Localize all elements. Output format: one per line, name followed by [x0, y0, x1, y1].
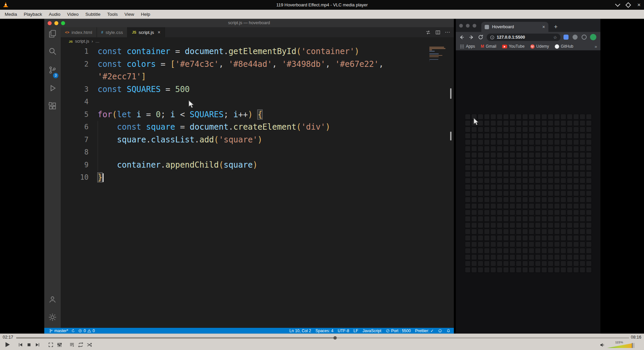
- grid-square[interactable]: [472, 133, 477, 138]
- next-button[interactable]: [35, 342, 41, 348]
- grid-square[interactable]: [535, 165, 540, 170]
- grid-square[interactable]: [523, 114, 528, 119]
- grid-square[interactable]: [503, 178, 508, 183]
- grid-square[interactable]: [535, 114, 540, 119]
- grid-square[interactable]: [484, 172, 489, 177]
- grid-square[interactable]: [491, 184, 496, 189]
- grid-square[interactable]: [523, 248, 528, 253]
- grid-square[interactable]: [510, 114, 515, 119]
- grid-square[interactable]: [567, 223, 572, 228]
- grid-square[interactable]: [478, 191, 483, 196]
- tab-close-icon[interactable]: ×: [542, 24, 545, 30]
- grid-square[interactable]: [465, 140, 470, 145]
- address-bar[interactable]: 127.0.0.1:5500 ☆: [487, 34, 560, 41]
- grid-square[interactable]: [574, 133, 579, 138]
- grid-square[interactable]: [523, 127, 528, 132]
- grid-square[interactable]: [529, 121, 534, 126]
- grid-square[interactable]: [478, 152, 483, 158]
- grid-square[interactable]: [523, 165, 528, 170]
- grid-square[interactable]: [535, 127, 540, 132]
- grid-square[interactable]: [580, 216, 585, 221]
- grid-square[interactable]: [567, 146, 572, 151]
- grid-square[interactable]: [503, 242, 508, 247]
- extensions-menu-icon[interactable]: [582, 35, 587, 40]
- grid-square[interactable]: [523, 242, 528, 247]
- grid-square[interactable]: [548, 172, 553, 177]
- grid-square[interactable]: [503, 210, 508, 215]
- grid-square[interactable]: [510, 133, 515, 138]
- grid-square[interactable]: [497, 267, 502, 272]
- grid-square[interactable]: [497, 146, 502, 151]
- grid-square[interactable]: [567, 197, 572, 202]
- grid-square[interactable]: [586, 229, 591, 234]
- grid-square[interactable]: [542, 248, 547, 253]
- grid-square[interactable]: [567, 248, 572, 253]
- grid-square[interactable]: [497, 229, 502, 234]
- grid-square[interactable]: [567, 140, 572, 145]
- grid-square[interactable]: [497, 140, 502, 145]
- grid-square[interactable]: [465, 229, 470, 234]
- bookmarks-overflow-icon[interactable]: »: [595, 44, 597, 49]
- grid-square[interactable]: [497, 248, 502, 253]
- grid-square[interactable]: [484, 216, 489, 221]
- grid-square[interactable]: [567, 159, 572, 164]
- grid-square[interactable]: [574, 159, 579, 164]
- minimap[interactable]: [429, 47, 449, 62]
- grid-square[interactable]: [465, 223, 470, 228]
- grid-square[interactable]: [523, 121, 528, 126]
- menu-video[interactable]: Video: [64, 10, 82, 19]
- grid-square[interactable]: [510, 261, 515, 266]
- grid-square[interactable]: [497, 242, 502, 247]
- grid-square[interactable]: [465, 210, 470, 215]
- code-line[interactable]: 5for(let i = 0; i < SQUARES; i++) {: [61, 108, 454, 121]
- grid-square[interactable]: [529, 255, 534, 260]
- close-button[interactable]: ×: [636, 2, 642, 8]
- more-actions-icon[interactable]: ⋯: [445, 27, 450, 37]
- grid-square[interactable]: [497, 191, 502, 196]
- code-line[interactable]: 6 const square = document.createElement(…: [61, 121, 454, 134]
- grid-square[interactable]: [503, 133, 508, 138]
- grid-square[interactable]: [586, 223, 591, 228]
- grid-square[interactable]: [491, 121, 496, 126]
- grid-square[interactable]: [561, 152, 566, 158]
- grid-square[interactable]: [567, 178, 572, 183]
- grid-square[interactable]: [567, 267, 572, 272]
- grid-square[interactable]: [554, 248, 559, 253]
- grid-square[interactable]: [497, 235, 502, 240]
- grid-square[interactable]: [529, 165, 534, 170]
- grid-square[interactable]: [516, 114, 521, 119]
- grid-square[interactable]: [465, 204, 470, 209]
- grid-square[interactable]: [561, 204, 566, 209]
- grid-square[interactable]: [535, 255, 540, 260]
- grid-square[interactable]: [554, 152, 559, 158]
- grid-square[interactable]: [472, 248, 477, 253]
- grid-square[interactable]: [567, 127, 572, 132]
- grid-square[interactable]: [478, 165, 483, 170]
- grid-square[interactable]: [516, 165, 521, 170]
- grid-square[interactable]: [516, 178, 521, 183]
- grid-square[interactable]: [465, 178, 470, 183]
- playlist-button[interactable]: [69, 342, 75, 348]
- grid-square[interactable]: [542, 191, 547, 196]
- grid-square[interactable]: [529, 235, 534, 240]
- grid-square[interactable]: [574, 152, 579, 158]
- grid-square[interactable]: [497, 210, 502, 215]
- grid-square[interactable]: [472, 127, 477, 132]
- grid-square[interactable]: [542, 210, 547, 215]
- bookmark-star-icon[interactable]: ☆: [553, 35, 557, 40]
- grid-square[interactable]: [503, 267, 508, 272]
- grid-square[interactable]: [510, 235, 515, 240]
- grid-square[interactable]: [523, 223, 528, 228]
- grid-square[interactable]: [586, 165, 591, 170]
- grid-square[interactable]: [484, 255, 489, 260]
- grid-square[interactable]: [529, 267, 534, 272]
- grid-square[interactable]: [580, 152, 585, 158]
- grid-square[interactable]: [523, 267, 528, 272]
- grid-square[interactable]: [535, 152, 540, 158]
- grid-square[interactable]: [510, 121, 515, 126]
- grid-square[interactable]: [554, 210, 559, 215]
- grid-square[interactable]: [503, 127, 508, 132]
- menu-tools[interactable]: Tools: [104, 10, 121, 19]
- grid-square[interactable]: [491, 165, 496, 170]
- settings-gear-icon[interactable]: [48, 313, 57, 322]
